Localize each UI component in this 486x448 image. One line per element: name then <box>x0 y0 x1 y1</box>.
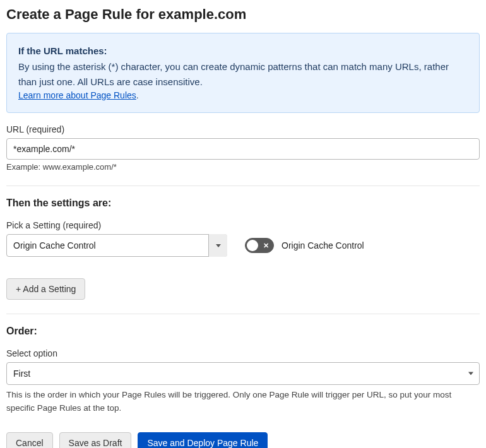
divider <box>6 186 480 186</box>
order-description: This is the order in which your Page Rul… <box>6 389 480 415</box>
url-input[interactable] <box>6 138 480 160</box>
save-deploy-button[interactable]: Save and Deploy Page Rule <box>138 432 268 448</box>
pick-setting-label: Pick a Setting (required) <box>6 220 480 230</box>
divider <box>6 314 480 314</box>
url-label: URL (required) <box>6 124 480 134</box>
order-select-label: Select option <box>6 348 480 358</box>
save-draft-button[interactable]: Save as Draft <box>59 432 132 448</box>
info-body: By using the asterisk (*) character, you… <box>18 59 468 89</box>
order-select[interactable]: First <box>6 362 480 385</box>
order-heading: Order: <box>6 326 480 337</box>
info-callout: If the URL matches: By using the asteris… <box>6 33 480 113</box>
page-title: Create a Page Rule for example.com <box>6 6 480 23</box>
add-setting-button[interactable]: + Add a Setting <box>6 278 85 300</box>
setting-select[interactable]: Origin Cache Control <box>6 234 227 257</box>
order-select-value: First <box>13 368 30 379</box>
learn-more-link[interactable]: Learn more about Page Rules <box>18 90 136 100</box>
info-title: If the URL matches: <box>18 44 468 58</box>
toggle-label: Origin Cache Control <box>282 240 364 251</box>
cancel-button[interactable]: Cancel <box>6 432 53 448</box>
setting-select-value: Origin Cache Control <box>13 240 96 251</box>
toggle-off-icon: ✕ <box>263 242 269 249</box>
settings-heading: Then the settings are: <box>6 197 480 209</box>
origin-cache-control-toggle[interactable]: ✕ <box>245 238 274 253</box>
url-example: Example: www.example.com/* <box>6 162 480 172</box>
